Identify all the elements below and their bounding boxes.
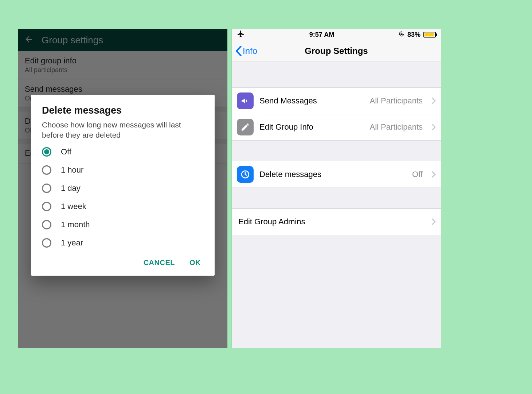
- option-1-day[interactable]: 1 day: [42, 184, 204, 193]
- dialog-option-list: Off 1 hour 1 day 1 week 1 month: [42, 147, 204, 248]
- cell-label: Delete messages: [259, 170, 321, 179]
- chevron-right-icon: [431, 123, 436, 131]
- pencil-icon: [237, 119, 254, 135]
- radio-icon: [42, 238, 51, 248]
- back-button[interactable]: Info: [235, 46, 257, 56]
- option-label: 1 week: [61, 202, 86, 211]
- cell-delete-messages[interactable]: Delete messages Off: [232, 161, 441, 188]
- section-permissions: Send Messages All Participants Edit Grou…: [232, 87, 441, 141]
- android-screen: Group settings Edit group info All parti…: [18, 29, 227, 348]
- option-label: 1 year: [61, 238, 83, 248]
- radio-icon: [42, 220, 51, 229]
- section-gap: [232, 62, 441, 87]
- delete-messages-dialog: Delete messages Choose how long new mess…: [31, 95, 215, 276]
- radio-icon: [42, 147, 51, 157]
- status-bar: 9:57 AM 83%: [232, 29, 441, 40]
- chevron-right-icon: [431, 97, 436, 105]
- dialog-title: Delete messages: [42, 105, 204, 116]
- section-admins: Edit Group Admins: [232, 208, 441, 235]
- radio-icon: [42, 184, 51, 193]
- cell-send-messages[interactable]: Send Messages All Participants: [232, 88, 441, 114]
- option-label: 1 month: [61, 220, 90, 229]
- option-1-week[interactable]: 1 week: [42, 202, 204, 211]
- section-gap: [232, 141, 441, 161]
- airplane-mode-icon: [237, 30, 245, 40]
- battery-icon: [423, 32, 436, 38]
- option-1-month[interactable]: 1 month: [42, 220, 204, 229]
- megaphone-icon: [237, 92, 254, 109]
- radio-icon: [42, 202, 51, 211]
- cell-label: Edit Group Admins: [238, 217, 305, 226]
- option-off[interactable]: Off: [42, 147, 204, 157]
- cell-edit-group-info[interactable]: Edit Group Info All Participants: [232, 114, 441, 140]
- orientation-lock-icon: [399, 31, 404, 39]
- cell-label: Edit Group Info: [259, 122, 313, 132]
- dialog-actions: CANCEL OK: [42, 256, 204, 269]
- cell-value: Off: [412, 170, 423, 179]
- cell-value: All Participants: [369, 122, 423, 132]
- chevron-right-icon: [431, 171, 436, 178]
- ok-button[interactable]: OK: [189, 259, 201, 267]
- cancel-button[interactable]: CANCEL: [144, 259, 175, 267]
- section-gap: [232, 188, 441, 208]
- timer-icon: [237, 166, 254, 183]
- status-time: 9:57 AM: [309, 31, 334, 39]
- battery-percent: 83%: [407, 31, 420, 39]
- chevron-right-icon: [431, 218, 436, 225]
- radio-icon: [42, 165, 51, 175]
- nav-title: Group Settings: [232, 46, 441, 56]
- cell-edit-group-admins[interactable]: Edit Group Admins: [232, 209, 441, 235]
- option-label: 1 day: [61, 184, 81, 193]
- cell-value: All Participants: [369, 96, 423, 106]
- option-label: Off: [61, 147, 71, 157]
- option-label: 1 hour: [61, 165, 83, 175]
- option-1-year[interactable]: 1 year: [42, 238, 204, 248]
- dialog-subtitle: Choose how long new messages will last b…: [42, 120, 204, 141]
- option-1-hour[interactable]: 1 hour: [42, 165, 204, 175]
- cell-label: Send Messages: [259, 96, 317, 106]
- nav-bar: Info Group Settings: [232, 40, 441, 62]
- section-delete-messages: Delete messages Off: [232, 161, 441, 188]
- back-label: Info: [243, 46, 257, 56]
- ios-screen: 9:57 AM 83% Info Group Settings: [232, 29, 441, 348]
